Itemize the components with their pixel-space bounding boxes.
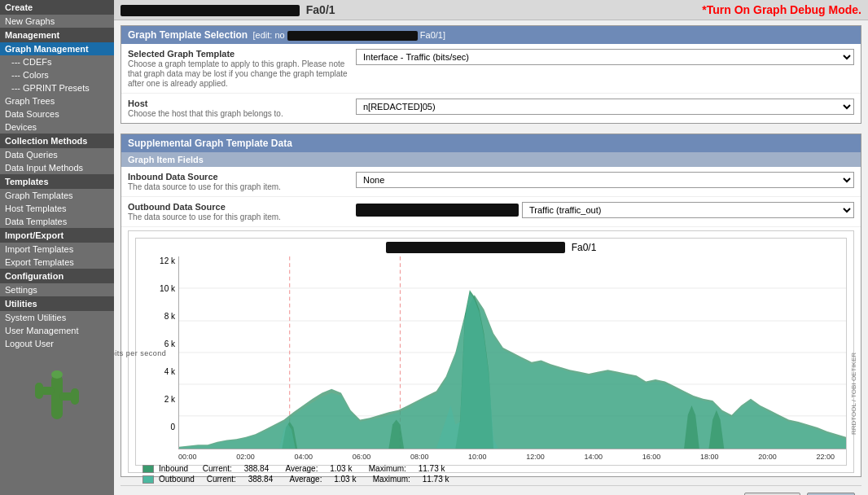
edit-suffix: Fa0/1] [420, 30, 445, 40]
graph-legend: Inbound Current: 388.84 Average: 1.03 k … [136, 461, 846, 487]
sidebar-item-export-templates[interactable]: Export Templates [0, 256, 114, 269]
supplemental-section: Supplemental Graph Template Data Graph I… [121, 134, 861, 477]
sidebar-section-management: Management [0, 28, 114, 42]
inbound-desc: The data source to use for this graph it… [128, 182, 281, 191]
svg-marker-14 [179, 298, 846, 449]
y-axis-label: bits per second [114, 349, 166, 357]
inbound-current-value: 388.84 [244, 464, 270, 473]
page-title: Fa0/1 [121, 3, 335, 16]
sidebar: CreateNew GraphsManagementGraph Manageme… [0, 0, 114, 495]
outbound-legend-box [142, 475, 154, 484]
sidebar-item-devices[interactable]: Devices [0, 120, 114, 134]
inbound-legend-label: Inbound [159, 464, 188, 473]
outbound-label: Outbound Data Source [128, 202, 356, 212]
chart-svg [179, 256, 846, 449]
sidebar-item-data-queries[interactable]: Data Queries [0, 148, 114, 161]
outbound-max-label: Maximum: [373, 475, 410, 484]
host-label: Host [128, 99, 356, 108]
outbound-row: Outbound Data Source The data source to … [121, 197, 861, 227]
outbound-avg-value: 1.03 k [334, 475, 356, 484]
supplemental-header: Supplemental Graph Template Data [121, 134, 861, 152]
host-desc: Choose the host that this graph belongs … [128, 109, 283, 118]
graph-title-redacted [386, 242, 565, 253]
sidebar-item-system-utilities[interactable]: System Utilities [0, 311, 114, 324]
sidebar-item-host-templates[interactable]: Host Templates [0, 202, 114, 215]
top-bar: Fa0/1 *Turn On Graph Debug Mode. [114, 0, 868, 20]
inbound-select[interactable]: None [356, 172, 854, 188]
graph-template-section: Graph Template Selection [edit: no Fa0/1… [121, 25, 861, 124]
sidebar-item-graph-templates[interactable]: Graph Templates [0, 189, 114, 202]
template-select[interactable]: Interface - Traffic (bits/sec) [356, 49, 854, 65]
inbound-max-value: 11.73 k [419, 464, 445, 473]
sidebar-item-settings[interactable]: Settings [0, 283, 114, 296]
template-row: Selected Graph Template Choose a graph t… [121, 44, 861, 94]
sidebar-item-user-management[interactable]: User Management [0, 324, 114, 337]
sidebar-item-data-templates[interactable]: Data Templates [0, 215, 114, 228]
template-label: Selected Graph Template [128, 49, 356, 59]
sidebar-section-create: Create [0, 0, 114, 15]
svg-point-5 [51, 370, 63, 379]
host-select[interactable]: n[REDACTED]05) [356, 99, 854, 115]
sidebar-section-utilities: Utilities [0, 296, 114, 311]
inbound-avg-label: Average: [286, 464, 318, 473]
outbound-redacted [356, 204, 519, 217]
template-desc: Choose a graph template to apply to this… [128, 59, 348, 88]
inbound-avg-value: 1.03 k [330, 464, 352, 473]
cactus-logo [0, 350, 114, 433]
graph-interface-label: Fa0/1 [572, 242, 597, 253]
sidebar-item-graph-trees[interactable]: Graph Trees [0, 94, 114, 107]
sidebar-section-collection-methods: Collection Methods [0, 134, 114, 148]
inbound-current-label: Current: [203, 464, 232, 473]
graph-template-section-header: Graph Template Selection [edit: no Fa0/1… [121, 26, 861, 44]
y-axis: bits per second 12 k 10 k 8 k 6 k 4 k 2 … [136, 256, 178, 449]
rrd-label: RRDTOOL / TOBI OETIKER [850, 353, 857, 435]
sidebar-item-data-input-methods[interactable]: Data Input Methods [0, 161, 114, 174]
outbound-current-value: 388.84 [248, 475, 274, 484]
host-row: Host Choose the host that this graph bel… [121, 94, 861, 123]
inbound-legend-box [142, 465, 154, 473]
outbound-max-value: 11.73 k [423, 475, 449, 484]
outbound-select[interactable]: Traffic (traffic_out) [522, 202, 854, 218]
sidebar-item-cdefs[interactable]: --- CDEFs [0, 55, 114, 68]
sidebar-section-import/export: Import/Export [0, 228, 114, 243]
legend-outbound-row: Outbound Current: 388.84 Average: 1.03 k… [142, 475, 840, 484]
sidebar-section-templates: Templates [0, 174, 114, 189]
cactus-icon [28, 358, 85, 423]
svg-rect-4 [71, 388, 79, 405]
inbound-row: Inbound Data Source The data source to u… [121, 167, 861, 197]
sidebar-item-colors[interactable]: --- Colors [0, 68, 114, 81]
svg-rect-2 [35, 383, 43, 399]
legend-inbound-row: Inbound Current: 388.84 Average: 1.03 k … [142, 464, 840, 473]
sidebar-item-logout-user[interactable]: Logout User [0, 337, 114, 350]
graph-item-fields-header: Graph Item Fields [121, 152, 861, 167]
debug-mode-label[interactable]: *Turn On Graph Debug Mode. [702, 3, 861, 16]
main-content: Fa0/1 *Turn On Graph Debug Mode. Graph T… [114, 0, 868, 495]
graph-body: bits per second 12 k 10 k 8 k 6 k 4 k 2 … [136, 256, 846, 449]
sidebar-item-gprint-presets[interactable]: --- GPRINT Presets [0, 81, 114, 94]
sidebar-item-new-graphs[interactable]: New Graphs [0, 15, 114, 28]
outbound-current-label: Current: [207, 475, 236, 484]
graph-title-bar: Fa0/1 [136, 239, 846, 256]
graph-template-title: Graph Template Selection [128, 29, 248, 41]
sidebar-item-data-sources[interactable]: Data Sources [0, 107, 114, 120]
graph-container: Fa0/1 bits per second 12 k 10 k 8 k 6 k … [128, 230, 854, 473]
outbound-avg-label: Average: [290, 475, 322, 484]
interface-label: Fa0/1 [306, 3, 335, 16]
inbound-label: Inbound Data Source [128, 172, 356, 182]
inbound-max-label: Maximum: [369, 464, 406, 473]
outbound-legend-label: Outbound [159, 475, 195, 484]
edit-label: [edit: no [253, 30, 285, 40]
sidebar-item-graph-management[interactable]: Graph Management [0, 42, 114, 55]
sidebar-item-import-templates[interactable]: Import Templates [0, 243, 114, 256]
graph-inner: Fa0/1 bits per second 12 k 10 k 8 k 6 k … [135, 238, 847, 466]
sidebar-section-configuration: Configuration [0, 269, 114, 283]
x-axis: 00:00 02:00 04:00 06:00 08:00 10:00 12:0… [136, 451, 846, 461]
outbound-desc: The data source to use for this graph it… [128, 212, 281, 221]
chart-area: RRDTOOL / TOBI OETIKER [178, 256, 846, 449]
